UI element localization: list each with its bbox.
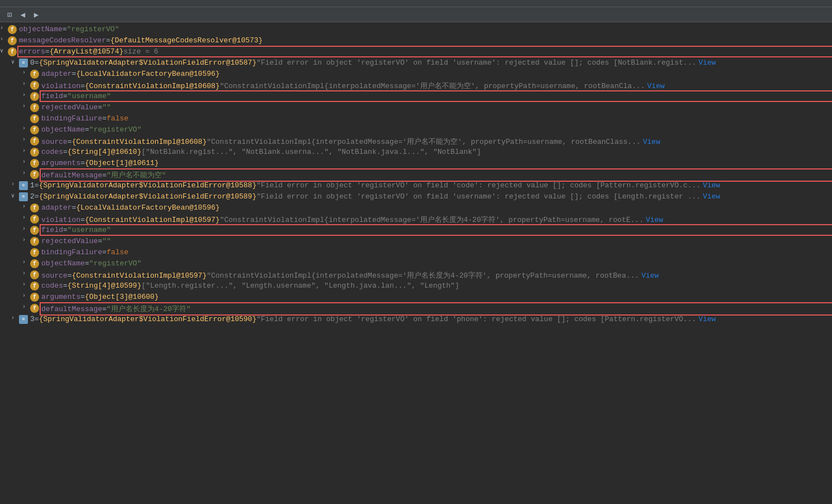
expand-arrow[interactable]: › <box>22 70 30 76</box>
line-content: codes = {String[4]@10599} ["Length.regis… <box>41 282 832 290</box>
tree-row: › f adapter = {LocalValidatorFactoryBean… <box>0 203 832 214</box>
tree-row: f bindingFailure = false <box>0 248 832 259</box>
expand-arrow[interactable]: › <box>11 315 19 321</box>
field-op: = <box>35 59 39 67</box>
expand-arrow[interactable]: › <box>22 282 30 288</box>
field-value: {Object[1]@10611} <box>85 159 159 167</box>
field-op: = <box>35 192 39 201</box>
tree-row: › f field = "username" <box>0 225 832 236</box>
field-extra: "Field error in object 'registerVO' on f… <box>257 315 696 323</box>
expand-arrow[interactable]: › <box>11 181 19 187</box>
expand-arrow[interactable]: ∨ <box>0 47 8 54</box>
expand-arrow[interactable]: › <box>22 103 30 109</box>
expand-arrow[interactable]: › <box>22 293 30 299</box>
field-extra: "ConstraintViolationImpl{interpolatedMes… <box>220 215 643 225</box>
field-op: = <box>98 103 102 112</box>
expand-arrow[interactable]: › <box>22 270 30 277</box>
expand-arrow[interactable]: › <box>22 125 30 132</box>
tree-row: ∨ ≡ 0 = {SpringValidatorAdapter$Violatio… <box>0 58 832 69</box>
expand-arrow[interactable]: ∨ <box>11 192 19 199</box>
expand-arrow[interactable]: › <box>22 259 30 265</box>
expand-arrow[interactable]: › <box>22 137 30 143</box>
expand-arrow[interactable]: › <box>22 159 30 165</box>
field-key: bindingFailure <box>41 114 102 123</box>
field-key: defaultMessage <box>41 171 102 180</box>
field-value: "username" <box>68 92 111 100</box>
field-key: adapter <box>41 203 72 212</box>
field-value: "registerVO" <box>89 125 142 134</box>
field-icon: ≡ <box>19 192 28 201</box>
view-link[interactable]: View <box>699 59 716 67</box>
back-icon[interactable]: ◀ <box>18 9 28 20</box>
tree-row: › ≡ 1 = {SpringValidatorAdapter$Violatio… <box>0 181 832 192</box>
field-key: 1 <box>30 181 35 190</box>
field-extra: "ConstraintViolationImpl{interpolatedMes… <box>220 81 645 91</box>
toolbar: ⊡ ◀ ▶ <box>0 7 832 22</box>
field-value: "用户名不能为空" <box>107 170 166 180</box>
tree-row: › ≡ 3 = {SpringValidatorAdapter$Violatio… <box>0 314 832 326</box>
view-link[interactable]: View <box>647 82 665 90</box>
view-link[interactable]: View <box>641 272 658 280</box>
tree-row: › f arguments = {Object[3]@10600} <box>0 292 832 303</box>
line-content: violation = {ConstraintViolationImpl@106… <box>41 81 832 91</box>
field-icon: f <box>30 114 39 123</box>
field-value: "username" <box>68 226 111 234</box>
field-extra: size = 6 <box>123 47 158 56</box>
field-extra: "ConstraintViolationImpl{interpolatedMes… <box>206 270 639 280</box>
field-op: = <box>35 181 39 190</box>
field-op: = <box>72 203 76 212</box>
field-key: adapter <box>41 70 72 78</box>
field-icon: f <box>8 25 17 34</box>
field-icon: f <box>8 47 17 56</box>
field-op: = <box>80 293 85 301</box>
field-op: = <box>63 148 68 156</box>
field-op: = <box>72 70 76 78</box>
field-icon: f <box>30 92 39 101</box>
field-extra: ["NotBlank.regist...", "NotBlank.userna.… <box>141 148 481 156</box>
title-bar <box>0 0 832 7</box>
line-content: objectName = "registerVO" <box>19 25 832 33</box>
field-value: {SpringValidatorAdapter$ViolationFieldEr… <box>39 181 257 190</box>
view-link[interactable]: View <box>699 315 716 323</box>
expand-arrow[interactable]: › <box>22 237 30 243</box>
tree-row: › f source = {ConstraintViolationImpl@10… <box>0 136 832 147</box>
field-key: objectName <box>41 259 85 268</box>
field-icon: ≡ <box>19 181 28 190</box>
field-op: = <box>68 138 72 146</box>
field-extra: "Field error in object 'registerVO' on f… <box>257 192 701 201</box>
field-icon: f <box>30 226 39 235</box>
forward-icon[interactable]: ▶ <box>31 9 41 20</box>
line-content: defaultMessage = "用户名不能为空" <box>41 170 832 180</box>
tree-row: f bindingFailure = false <box>0 114 832 125</box>
expand-arrow[interactable]: › <box>22 148 30 154</box>
line-content: arguments = {Object[1]@10611} <box>41 159 832 167</box>
tree-row: › f adapter = {LocalValidatorFactoryBean… <box>0 69 832 80</box>
line-content: rejectedValue = "" <box>41 103 832 112</box>
expand-arrow[interactable]: ∨ <box>11 59 19 65</box>
view-link[interactable]: View <box>703 192 720 201</box>
field-value: {String[4]@10599} <box>68 282 142 290</box>
expand-arrow[interactable]: › <box>22 226 30 232</box>
field-icon: f <box>30 304 39 313</box>
capture-icon[interactable]: ⊡ <box>4 9 15 20</box>
field-op: = <box>98 237 102 245</box>
expand-arrow[interactable]: › <box>22 81 30 87</box>
view-link[interactable]: View <box>703 181 720 190</box>
line-content: source = {ConstraintViolationImpl@10608}… <box>41 137 832 147</box>
expand-arrow[interactable]: › <box>22 304 30 310</box>
expand-arrow[interactable]: › <box>22 203 30 210</box>
expand-arrow[interactable]: › <box>0 25 8 31</box>
field-op: = <box>102 171 107 180</box>
field-value: "registerVO" <box>89 259 142 268</box>
expand-arrow[interactable]: › <box>22 170 30 176</box>
view-link[interactable]: View <box>646 216 663 224</box>
view-link[interactable]: View <box>643 138 660 146</box>
field-extra: "ConstraintViolationImpl{interpolatedMes… <box>206 137 641 147</box>
expand-arrow[interactable]: › <box>22 215 30 221</box>
field-op: = <box>35 315 39 323</box>
expand-arrow[interactable]: › <box>22 92 30 98</box>
field-icon: f <box>30 103 39 112</box>
expand-arrow[interactable]: › <box>0 36 8 42</box>
line-content: field = "username" <box>41 92 832 100</box>
field-op: = <box>80 82 85 90</box>
